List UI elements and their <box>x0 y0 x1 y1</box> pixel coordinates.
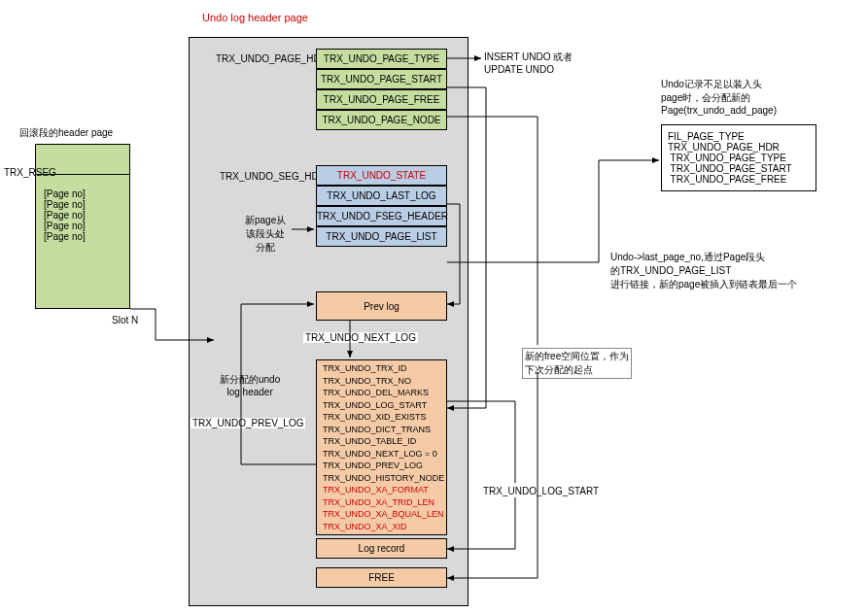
canvas: Undo log header page 回滚段的header page [Pa… <box>0 0 868 614</box>
arrows <box>0 0 868 614</box>
